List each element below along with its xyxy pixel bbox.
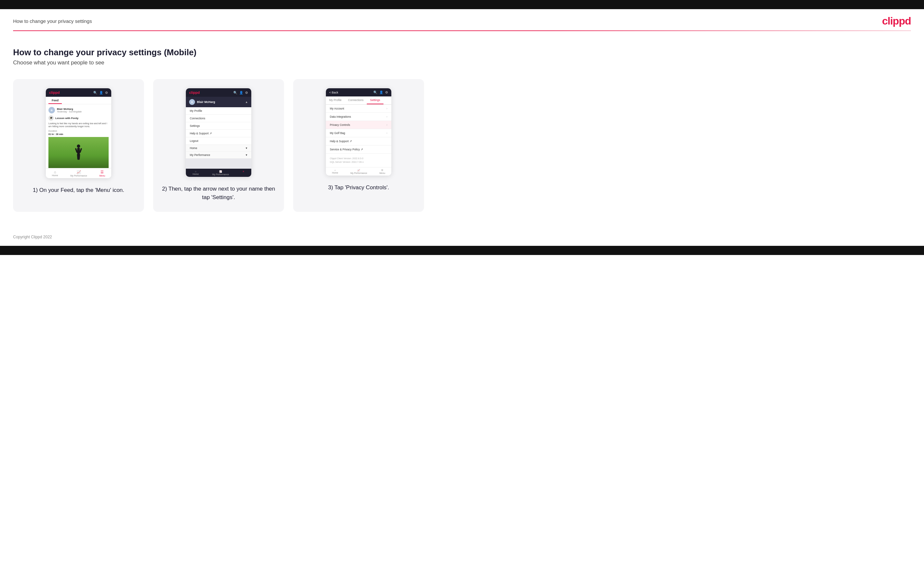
top-bar (0, 0, 924, 9)
chevron-right-icon-2: › (386, 115, 388, 118)
p1-lesson-row: 🎓 Lesson with Fordy (48, 115, 109, 121)
settings-my-account[interactable]: My Account › (326, 105, 391, 113)
p2-chevron-up-icon: ▲ (245, 100, 248, 104)
home-icon: ⌂ (54, 170, 56, 174)
golfer-svg (72, 143, 85, 166)
settings-icon-3: ⚙ (385, 90, 388, 94)
home-label-3: Home (332, 172, 338, 174)
p3-version-info: Clippd Client Version: 2022.8.3-3 GQL Se… (326, 154, 391, 167)
p2-icons: 🔍 👤 ⚙ (233, 91, 248, 95)
main-content: How to change your privacy settings (Mob… (0, 31, 924, 225)
home-label-2: Home (193, 173, 199, 175)
step-1-card: clippd 🔍 👤 ⚙ Feed B Blair (13, 79, 144, 212)
version-server: GQL Server Version: 2022.7.30-1 (330, 161, 388, 164)
step-2-caption: 2) Then, tap the arrow next to your name… (161, 185, 276, 201)
step-1-caption: 1) On your Feed, tap the 'Menu' icon. (33, 186, 124, 195)
performance-label-3: My Performance (351, 172, 367, 174)
phone-mockup-1: clippd 🔍 👤 ⚙ Feed B Blair (46, 88, 111, 178)
bottom-bar (0, 246, 924, 255)
p1-golf-image (48, 137, 109, 168)
tab-settings[interactable]: Settings (367, 97, 383, 104)
p1-avatar: B (48, 107, 55, 113)
p3-performance-tab[interactable]: 📈 My Performance (351, 169, 367, 174)
p1-lesson-title: Lesson with Fordy (55, 117, 79, 120)
performance-label: My Performance (70, 174, 87, 177)
p2-logout[interactable]: Logout (186, 137, 251, 145)
tab-connections[interactable]: Connections (345, 97, 367, 104)
p2-performance-tab[interactable]: 📈 My Performance (212, 170, 229, 176)
p2-close-tab[interactable]: ✕ (242, 170, 244, 176)
svg-point-0 (77, 145, 80, 148)
chart-icon-3: 📈 (357, 169, 360, 172)
steps-container: clippd 🔍 👤 ⚙ Feed B Blair (13, 79, 911, 212)
p2-help-support[interactable]: Help & Support ↗ (186, 130, 251, 137)
p1-duration-val: 01 hr : 30 min (48, 133, 63, 135)
p3-back-button[interactable]: < Back (329, 91, 338, 94)
p2-home-chevron: ▾ (246, 147, 247, 150)
settings-icon: ⚙ (105, 91, 108, 95)
settings-my-golf-bag[interactable]: My Golf Bag › (326, 129, 391, 137)
footer: Copyright Clippd 2022 (0, 225, 924, 246)
help-support-label: Help & Support ↗ (330, 140, 352, 143)
my-account-label: My Account (330, 107, 344, 110)
step-2-card: clippd 🔍 👤 ⚙ B Bla (153, 79, 284, 212)
p1-icons: 🔍 👤 ⚙ (93, 91, 108, 95)
search-icon: 🔍 (93, 91, 97, 95)
chart-icon: 📈 (77, 170, 81, 174)
p2-my-profile[interactable]: My Profile (186, 107, 251, 115)
p3-tabs: My Profile Connections Settings (326, 97, 391, 105)
p3-menu-tab[interactable]: ☰ Menu (380, 169, 385, 174)
close-icon: ✕ (242, 170, 244, 173)
home-icon-3: ⌂ (334, 169, 336, 171)
p2-bottom-bar: ⌂ Home 📈 My Performance ✕ (186, 169, 251, 177)
p2-menu: B Blair McHarg ▲ My Profile Connections … (186, 97, 251, 158)
svg-rect-1 (77, 148, 80, 154)
p2-home-label: Home (190, 147, 197, 150)
chevron-right-icon: › (386, 107, 388, 110)
home-label: Home (52, 174, 58, 177)
p1-header: clippd 🔍 👤 ⚙ (46, 88, 111, 97)
menu-icon: ☰ (100, 170, 104, 174)
p1-username: Blair McHarg (57, 108, 82, 111)
p1-menu-tab[interactable]: ☰ Menu (100, 170, 105, 177)
p1-performance-tab[interactable]: 📈 My Performance (70, 170, 87, 177)
p1-location: Yesterday · Sunningdale (57, 111, 82, 113)
p2-menu-user: B Blair McHarg (189, 99, 215, 105)
p2-settings[interactable]: Settings (186, 122, 251, 130)
settings-help-support[interactable]: Help & Support ↗ (326, 137, 391, 145)
version-client: Clippd Client Version: 2022.8.3-3 (330, 157, 388, 161)
p2-home-section[interactable]: Home ▾ (186, 145, 251, 152)
menu-icon-3: ☰ (381, 169, 383, 172)
settings-privacy-controls[interactable]: Privacy Controls › (326, 121, 391, 129)
chevron-right-icon-3: › (386, 123, 388, 127)
p1-duration-label: Duration (48, 130, 57, 132)
p2-menu-header: B Blair McHarg ▲ (186, 97, 251, 107)
search-icon-3: 🔍 (373, 90, 377, 94)
step-3-card: < Back 🔍 👤 ⚙ My Profile Connections Sett… (293, 79, 424, 212)
p1-lesson-icon: 🎓 (48, 115, 54, 121)
chevron-right-icon-4: › (386, 131, 388, 135)
performance-label-2: My Performance (212, 173, 229, 176)
p2-header: clippd 🔍 👤 ⚙ (186, 88, 251, 97)
settings-data-integrations[interactable]: Data Integrations › (326, 113, 391, 121)
p2-home-tab[interactable]: ⌂ Home (193, 170, 199, 176)
p2-dropdown-overlay: B Blair McHarg ▲ My Profile Connections … (186, 97, 251, 169)
p2-connections[interactable]: Connections (186, 115, 251, 122)
p3-bottom-bar: ⌂ Home 📈 My Performance ☰ Menu (326, 167, 391, 176)
p2-performance-section[interactable]: My Performance ▾ (186, 152, 251, 158)
user-icon: 👤 (99, 91, 103, 95)
p1-user-row: B Blair McHarg Yesterday · Sunningdale (48, 107, 109, 113)
privacy-controls-label: Privacy Controls (330, 123, 350, 127)
my-golf-bag-label: My Golf Bag (330, 131, 345, 135)
user-icon-2: 👤 (239, 91, 243, 95)
phone-mockup-3: < Back 🔍 👤 ⚙ My Profile Connections Sett… (326, 88, 391, 176)
settings-icon-2: ⚙ (245, 91, 248, 95)
p3-home-tab[interactable]: ⌂ Home (332, 169, 338, 174)
p3-icons: 🔍 👤 ⚙ (373, 90, 388, 94)
p1-home-tab[interactable]: ⌂ Home (52, 170, 58, 177)
step-3-caption: 3) Tap 'Privacy Controls'. (328, 184, 389, 192)
service-privacy-label: Service & Privacy Policy ↗ (330, 148, 363, 151)
settings-service-privacy[interactable]: Service & Privacy Policy ↗ (326, 145, 391, 154)
tab-my-profile[interactable]: My Profile (326, 97, 345, 104)
home-icon-2: ⌂ (195, 170, 196, 172)
